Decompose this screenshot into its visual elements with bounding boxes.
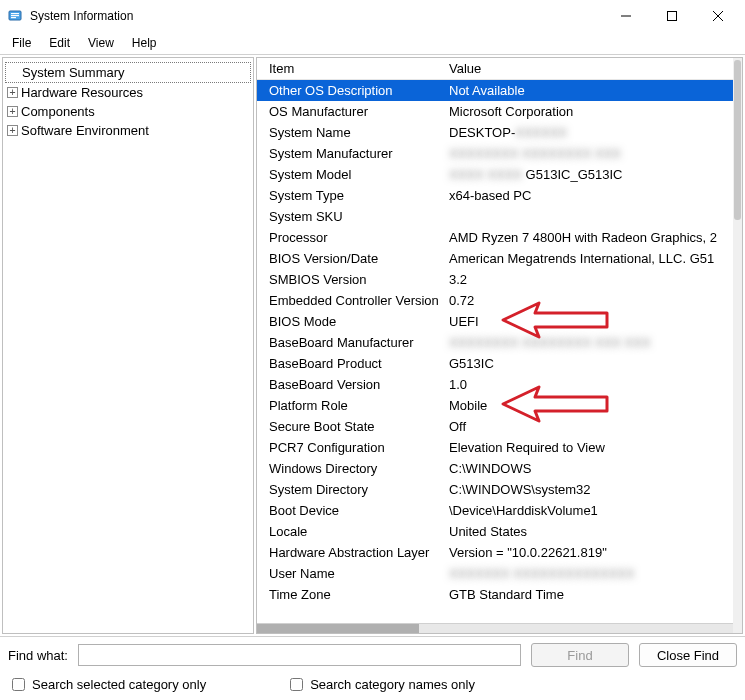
cell-item: OS Manufacturer	[257, 101, 437, 122]
cell-item: BaseBoard Product	[257, 353, 437, 374]
cell-item: BIOS Mode	[257, 311, 437, 332]
find-input[interactable]	[78, 644, 521, 666]
window-title: System Information	[30, 9, 603, 23]
cell-value: XXXXXXX XXXXXXXXXXXXXX	[437, 563, 733, 584]
table-row[interactable]: System NameDESKTOP-XXXXXX	[257, 122, 733, 143]
table-row[interactable]: Time ZoneGTB Standard Time	[257, 584, 733, 605]
cell-item: BaseBoard Manufacturer	[257, 332, 437, 353]
menu-edit[interactable]: Edit	[41, 34, 78, 52]
svg-rect-3	[11, 17, 16, 18]
close-button[interactable]	[695, 0, 741, 32]
table-row[interactable]: Secure Boot StateOff	[257, 416, 733, 437]
cell-item: Secure Boot State	[257, 416, 437, 437]
cell-value: XXXXXXXX XXXXXXXX XXX	[437, 143, 733, 164]
table-row[interactable]: SMBIOS Version3.2	[257, 269, 733, 290]
cell-item: System Manufacturer	[257, 143, 437, 164]
column-header-value[interactable]: Value	[437, 58, 733, 80]
find-button[interactable]: Find	[531, 643, 629, 667]
list-pane: Item Value Other OS DescriptionNot Avail…	[256, 57, 743, 634]
cell-value: Elevation Required to View	[437, 437, 733, 458]
table-row[interactable]: BaseBoard Version1.0	[257, 374, 733, 395]
cell-item: Embedded Controller Version	[257, 290, 437, 311]
cell-value: Off	[437, 416, 733, 437]
cell-item: Time Zone	[257, 584, 437, 605]
tree-root[interactable]: System Summary	[5, 62, 251, 83]
cell-value	[437, 206, 733, 227]
table-row[interactable]: System DirectoryC:\WINDOWS\system32	[257, 479, 733, 500]
cell-item: Processor	[257, 227, 437, 248]
cell-value: Version = "10.0.22621.819"	[437, 542, 733, 563]
cell-value: x64-based PC	[437, 185, 733, 206]
table-row[interactable]: System ManufacturerXXXXXXXX XXXXXXXX XXX	[257, 143, 733, 164]
table-row[interactable]: PCR7 ConfigurationElevation Required to …	[257, 437, 733, 458]
cell-item: System Directory	[257, 479, 437, 500]
plus-icon[interactable]: +	[7, 125, 18, 136]
tree-root-label: System Summary	[22, 65, 125, 80]
table-row[interactable]: Hardware Abstraction LayerVersion = "10.…	[257, 542, 733, 563]
menu-file[interactable]: File	[4, 34, 39, 52]
table-row[interactable]: Windows DirectoryC:\WINDOWS	[257, 458, 733, 479]
table-row[interactable]: Embedded Controller Version0.72	[257, 290, 733, 311]
horizontal-scrollbar[interactable]	[257, 623, 733, 633]
table-row[interactable]: System SKU	[257, 206, 733, 227]
table-row[interactable]: Boot Device\Device\HarddiskVolume1	[257, 500, 733, 521]
maximize-button[interactable]	[649, 0, 695, 32]
cell-item: System Model	[257, 164, 437, 185]
tree-item-label: Hardware Resources	[21, 85, 143, 100]
app-icon	[8, 8, 24, 24]
tree-item-label: Components	[21, 104, 95, 119]
cell-item: BaseBoard Version	[257, 374, 437, 395]
tree-item-hardware[interactable]: + Hardware Resources	[5, 83, 251, 102]
svg-rect-2	[11, 15, 19, 16]
cell-item: System Type	[257, 185, 437, 206]
cell-item: User Name	[257, 563, 437, 584]
minimize-button[interactable]	[603, 0, 649, 32]
table-row[interactable]: BaseBoard ManufacturerXXXXXXXX XXXXXXXX …	[257, 332, 733, 353]
cell-item: PCR7 Configuration	[257, 437, 437, 458]
cell-value: XXXXXXXX XXXXXXXX XXX XXX	[437, 332, 733, 353]
table-row[interactable]: User NameXXXXXXX XXXXXXXXXXXXXX	[257, 563, 733, 584]
cell-value: C:\WINDOWS	[437, 458, 733, 479]
table-row[interactable]: BIOS ModeUEFI	[257, 311, 733, 332]
table-row[interactable]: System Typex64-based PC	[257, 185, 733, 206]
list-scroll[interactable]: Item Value Other OS DescriptionNot Avail…	[257, 58, 733, 633]
menu-view[interactable]: View	[80, 34, 122, 52]
find-label: Find what:	[8, 648, 68, 663]
table-row[interactable]: BIOS Version/DateAmerican Megatrends Int…	[257, 248, 733, 269]
cell-item: System Name	[257, 122, 437, 143]
chk-selected-category[interactable]: Search selected category only	[8, 675, 206, 694]
table-row[interactable]: Platform RoleMobile	[257, 395, 733, 416]
cell-item: Boot Device	[257, 500, 437, 521]
cell-value: 0.72	[437, 290, 733, 311]
close-find-button[interactable]: Close Find	[639, 643, 737, 667]
tree-item-components[interactable]: + Components	[5, 102, 251, 121]
cell-item: Other OS Description	[257, 80, 437, 102]
cell-item: SMBIOS Version	[257, 269, 437, 290]
cell-item: Platform Role	[257, 395, 437, 416]
cell-value: \Device\HarddiskVolume1	[437, 500, 733, 521]
chk-selected-category-box[interactable]	[12, 678, 25, 691]
cell-value: GTB Standard Time	[437, 584, 733, 605]
tree-pane[interactable]: System Summary + Hardware Resources + Co…	[2, 57, 254, 634]
cell-item: Windows Directory	[257, 458, 437, 479]
chk-category-names[interactable]: Search category names only	[286, 675, 475, 694]
table-row[interactable]: BaseBoard ProductG513IC	[257, 353, 733, 374]
table-row[interactable]: OS ManufacturerMicrosoft Corporation	[257, 101, 733, 122]
table-row[interactable]: System ModelXXXX XXXX G513IC_G513IC	[257, 164, 733, 185]
table-row[interactable]: ProcessorAMD Ryzen 7 4800H with Radeon G…	[257, 227, 733, 248]
cell-value: AMD Ryzen 7 4800H with Radeon Graphics, …	[437, 227, 733, 248]
cell-value: Microsoft Corporation	[437, 101, 733, 122]
plus-icon[interactable]: +	[7, 106, 18, 117]
tree-item-label: Software Environment	[21, 123, 149, 138]
menu-help[interactable]: Help	[124, 34, 165, 52]
tree-item-software[interactable]: + Software Environment	[5, 121, 251, 140]
cell-value: United States	[437, 521, 733, 542]
table-row[interactable]: LocaleUnited States	[257, 521, 733, 542]
cell-value: American Megatrends International, LLC. …	[437, 248, 733, 269]
plus-icon[interactable]: +	[7, 87, 18, 98]
column-header-item[interactable]: Item	[257, 58, 437, 80]
vertical-scrollbar[interactable]	[733, 58, 742, 633]
table-row[interactable]: Other OS DescriptionNot Available	[257, 80, 733, 102]
cell-value: DESKTOP-XXXXXX	[437, 122, 733, 143]
chk-category-names-box[interactable]	[290, 678, 303, 691]
